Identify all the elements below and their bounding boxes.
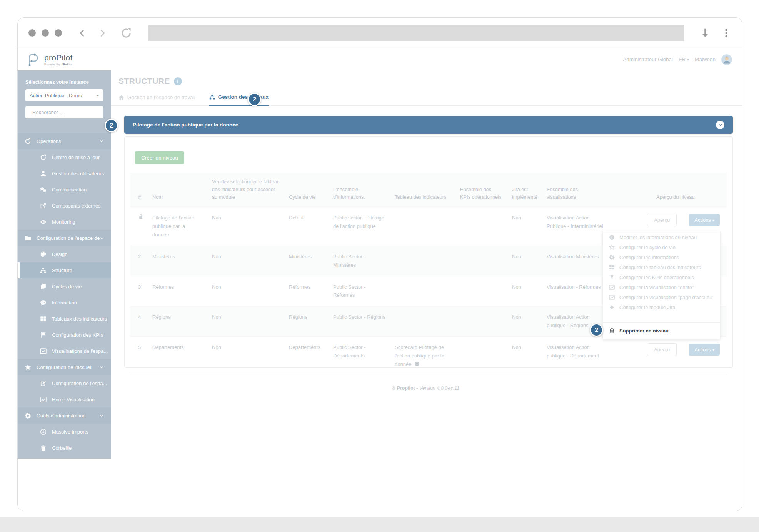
sidebar-search[interactable] xyxy=(25,106,103,118)
cell-num: 4 xyxy=(130,306,148,337)
sidebar-nav: OpérationsCentre de mise à jourGestion d… xyxy=(18,133,111,456)
browser-window: proPilot Powered by dFakto Administrateu… xyxy=(17,17,742,511)
menu-item-label: Supprimer ce niveau xyxy=(619,328,669,334)
menu-item-8[interactable]: Supprimer ce niveau xyxy=(603,322,720,339)
sidebar-item[interactable]: Composants externes xyxy=(18,198,111,214)
url-bar[interactable] xyxy=(148,25,684,41)
sidebar-section-3[interactable]: Outils d'administration xyxy=(18,407,111,424)
info-icon[interactable]: i xyxy=(174,77,182,85)
collapse-chevron-icon[interactable] xyxy=(716,121,724,129)
table-icon xyxy=(609,264,615,270)
step-badge: 2 xyxy=(248,93,261,106)
sidebar-item[interactable]: Structure xyxy=(18,262,111,278)
sidebar-item-label: Massive Imports xyxy=(52,429,88,435)
menu-item-3[interactable]: Configurer le tableau des indicateurs xyxy=(603,262,720,272)
trash-icon xyxy=(40,445,47,451)
sidebar-item-label: Monitoring xyxy=(52,219,75,225)
download-icon[interactable] xyxy=(700,28,711,38)
column-header: # xyxy=(130,173,148,207)
user-name[interactable]: Maiwenn xyxy=(695,57,716,62)
cell-num: 5 xyxy=(130,336,148,375)
table-row: 5DépartementsNonDépartementsPublic Secto… xyxy=(130,336,727,375)
share-icon xyxy=(40,203,47,209)
chat-icon xyxy=(40,186,47,193)
cell-cycle: Régions xyxy=(284,306,329,337)
cell-tableau xyxy=(390,207,455,246)
sidebar-item-label: Configuration de l'espa... xyxy=(52,381,107,386)
actions-button[interactable]: Actions▾ xyxy=(689,214,720,226)
page-title: STRUCTURE i xyxy=(118,76,733,86)
preview-button[interactable]: Aperçu xyxy=(647,343,677,356)
sidebar-item[interactable]: Centre de mise à jour xyxy=(18,149,111,165)
menu-item-6[interactable]: Configurer la visualisation "page d'accu… xyxy=(603,292,720,302)
avatar[interactable] xyxy=(721,54,732,65)
sidebar-item[interactable]: Design xyxy=(18,246,111,262)
sidebar-item[interactable]: Corbeille xyxy=(18,440,111,456)
menu-item-label: Configurer le tableau des indicateurs xyxy=(619,264,701,270)
instance-select[interactable]: Action Publique - Demo ▾ xyxy=(25,89,103,101)
sidebar-item[interactable]: Information xyxy=(18,294,111,311)
browser-menu-icon[interactable] xyxy=(721,28,731,38)
panel-header[interactable]: Pilotage de l'action publique par la don… xyxy=(124,116,733,134)
sidebar-item[interactable]: Communication xyxy=(18,181,111,198)
language-selector[interactable]: FR▾ xyxy=(679,57,689,62)
sidebar-item[interactable]: Configuration de l'espa... xyxy=(18,375,111,391)
sidebar-section-2[interactable]: Configuration de l'accueil xyxy=(18,359,111,375)
sidebar-item[interactable]: Tableaux des indicateurs xyxy=(18,311,111,327)
sidebar-search-input[interactable] xyxy=(32,110,86,115)
cell-kpis xyxy=(455,246,507,276)
window-dot[interactable] xyxy=(42,29,49,37)
sidebar-item[interactable]: Cycles de vie xyxy=(18,278,111,294)
app-logo-text: proPilot xyxy=(44,53,73,62)
preview-button[interactable]: Aperçu xyxy=(647,214,677,226)
tab-gestion-espace-travail[interactable]: Gestion de l'espace de travail xyxy=(118,94,195,105)
sidebar-item[interactable]: Configuration des KPIs xyxy=(18,327,111,343)
sidebar-item-label: Gestion des utilisateurs xyxy=(52,171,104,176)
menu-item-label: Configurer le module Jira xyxy=(619,304,675,310)
sitemap-icon xyxy=(209,94,215,100)
cell-module: Non xyxy=(207,336,284,375)
back-icon[interactable] xyxy=(78,27,87,39)
page-bottom-band xyxy=(0,517,759,532)
menu-item-5[interactable]: Configurer la visualisation "entité" xyxy=(603,282,720,292)
footer-brand: © Propilot xyxy=(392,386,415,391)
cell-informations: Public Sector - Départements xyxy=(329,336,390,375)
sidebar-item[interactable]: Monitoring xyxy=(18,214,111,230)
column-header: L'ensemble d'informations. xyxy=(329,173,390,207)
sidebar-item[interactable]: Massive Imports xyxy=(18,424,111,440)
sidebar-item-label: Visualisations de l'espa... xyxy=(52,348,108,354)
cell-jira: Non xyxy=(507,207,542,246)
cell-module: Non xyxy=(207,246,284,276)
panel-title: Pilotage de l'action publique par la don… xyxy=(133,122,238,128)
sidebar-item-label: Cycles de vie xyxy=(52,284,82,289)
diamond-icon xyxy=(609,304,615,310)
sidebar-item[interactable]: Visualisations de l'espa... xyxy=(18,343,111,359)
info-icon[interactable] xyxy=(414,361,420,367)
menu-item-7[interactable]: Configurer le module Jira xyxy=(603,302,720,312)
forward-icon[interactable] xyxy=(98,27,107,39)
cell-cycle: Réformes xyxy=(284,276,329,306)
sidebar-item[interactable]: Home Visualisation xyxy=(18,391,111,407)
caret-down-icon: ▾ xyxy=(687,57,689,62)
sidebar-section-1[interactable]: Configuration de l'espace de ... xyxy=(18,230,111,246)
cell-module: Non xyxy=(207,207,284,246)
actions-button[interactable]: Actions▾ xyxy=(689,344,720,356)
create-level-button[interactable]: Créer un niveau xyxy=(135,151,184,164)
column-header: Cycle de vie xyxy=(284,173,329,207)
sidebar-section-label: Outils d'administration xyxy=(37,413,85,419)
sidebar-item[interactable]: Gestion des utilisateurs xyxy=(18,165,111,181)
menu-item-4[interactable]: Configurer les KPIs opérationnels xyxy=(603,272,720,282)
instance-select-value: Action Publique - Demo xyxy=(30,93,82,98)
menu-item-0[interactable]: Modifier les informations du niveau xyxy=(603,232,720,242)
menu-item-2[interactable]: Configurer les informations xyxy=(603,252,720,262)
cell-kpis xyxy=(455,207,507,246)
window-dot[interactable] xyxy=(55,29,62,37)
sidebar-section-0[interactable]: Opérations xyxy=(18,133,111,149)
menu-item-1[interactable]: Configurer le cycle de vie xyxy=(603,242,720,252)
app-logo[interactable]: proPilot Powered by dFakto xyxy=(25,52,73,67)
menu-item-label: Modifier les informations du niveau xyxy=(619,234,697,240)
refresh-icon[interactable] xyxy=(120,27,132,39)
caret-down-icon: ▾ xyxy=(97,93,99,98)
window-dot[interactable] xyxy=(28,29,36,37)
column-header: Tableau des indicateurs xyxy=(390,173,455,207)
